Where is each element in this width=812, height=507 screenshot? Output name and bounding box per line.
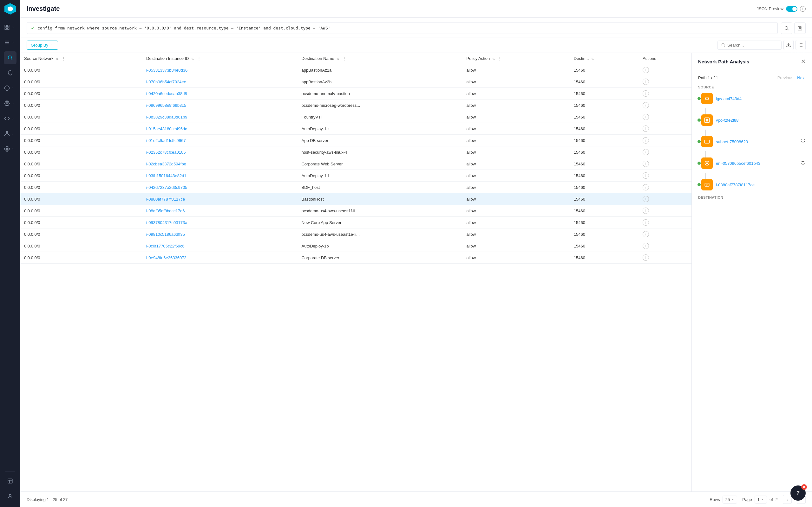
col-policy-action[interactable]: Policy Action ⇅ ⋮ xyxy=(463,53,570,64)
cell-policy-action: allow xyxy=(463,76,570,88)
instance-label[interactable]: i-0880af7787f8117ce xyxy=(716,182,755,187)
sidebar-item-user[interactable] xyxy=(4,490,16,503)
sidebar-item-settings[interactable]: › xyxy=(4,143,16,155)
cell-instance-id[interactable]: i-0937804317c03173a xyxy=(142,217,298,228)
cell-instance-id[interactable]: i-070b06b54cf7024ee xyxy=(142,76,298,88)
cell-instance-id[interactable]: i-08af85df8bdcc17a6 xyxy=(142,205,298,217)
subnet-label[interactable]: subnet-75008629 xyxy=(716,139,748,144)
info-button[interactable]: i xyxy=(643,196,649,202)
cell-actions: i xyxy=(639,217,692,228)
rows-select[interactable]: 25 xyxy=(722,496,737,504)
cell-instance-id[interactable]: i-08699658e9f69b3c5 xyxy=(142,100,298,111)
table-row[interactable]: 0.0.0.0/0 i-0937804317c03173a New Corp A… xyxy=(20,217,692,228)
col-destination-port[interactable]: Destin... ⇅ xyxy=(570,53,639,64)
path-line-1 xyxy=(705,108,706,114)
cell-instance-id[interactable]: i-0880af7787f8117ce xyxy=(142,193,298,205)
table-row[interactable]: 0.0.0.0/0 i-08af85df8bdcc17a6 pcsdemo-us… xyxy=(20,205,692,217)
info-button[interactable]: i xyxy=(643,67,649,73)
download-button[interactable] xyxy=(783,40,794,50)
table-row[interactable]: 0.0.0.0/0 i-0b3829c38da8d61b9 FountryVTT… xyxy=(20,111,692,123)
cell-instance-id[interactable]: i-01e2c9ad1fc5c9967 xyxy=(142,135,298,147)
igw-label[interactable]: igw-ac4743d4 xyxy=(716,96,742,101)
sidebar-item-settings2[interactable]: › xyxy=(4,97,16,110)
col-source-network[interactable]: Source Network ⇅ ⋮ xyxy=(20,53,142,64)
page-select[interactable]: 1 xyxy=(755,496,767,504)
info-icon[interactable]: i xyxy=(800,6,806,12)
info-button[interactable]: i xyxy=(643,208,649,214)
search-box[interactable] xyxy=(717,41,781,50)
sidebar-item-reports[interactable] xyxy=(4,475,16,487)
eni-label[interactable]: eni-057096b5cef601b43 xyxy=(716,161,760,166)
sidebar-item-code[interactable]: › xyxy=(4,112,16,125)
cell-source-network: 0.0.0.0/0 xyxy=(20,135,142,147)
info-button[interactable]: i xyxy=(643,243,649,249)
vpc-label[interactable]: vpc-f2fe2f88 xyxy=(716,118,739,123)
cell-instance-id[interactable]: i-0c0f17705c22f69c6 xyxy=(142,240,298,252)
table-row[interactable]: 0.0.0.0/0 i-01e2c9ad1fc5c9967 App DB ser… xyxy=(20,135,692,147)
col-destination-name[interactable]: Destination Name ⇅ ⋮ xyxy=(298,53,462,64)
cell-instance-id[interactable]: i-03fb15016443e82d1 xyxy=(142,170,298,181)
col-destination-instance-id[interactable]: Destination Instance ID ⇅ ⋮ xyxy=(142,53,298,64)
cell-instance-id[interactable]: i-0e948fe6e36336072 xyxy=(142,252,298,264)
panel-close-button[interactable]: ✕ xyxy=(801,58,806,65)
cell-instance-id[interactable]: i-02cbea3372d594fbe xyxy=(142,158,298,170)
cell-instance-id[interactable]: i-09810c5186a6dff35 xyxy=(142,228,298,240)
sidebar-item-dashboard[interactable]: › xyxy=(4,21,16,34)
info-button[interactable]: i xyxy=(643,102,649,108)
app-logo[interactable] xyxy=(4,3,16,14)
info-button[interactable]: i xyxy=(643,219,649,226)
columns-button[interactable] xyxy=(796,40,806,50)
cell-policy-action: allow xyxy=(463,252,570,264)
table-row[interactable]: 0.0.0.0/0 i-02352c78cfcea0105 host-secur… xyxy=(20,147,692,158)
cell-instance-id[interactable]: i-042d7237a2d3c9705 xyxy=(142,181,298,193)
svg-rect-2 xyxy=(8,25,9,26)
save-icon xyxy=(798,26,803,31)
table-row[interactable]: 0.0.0.0/0 i-053313373b84e0d36 appBastion… xyxy=(20,64,692,76)
sidebar-item-investigate[interactable] xyxy=(4,51,16,64)
table-row[interactable]: 0.0.0.0/0 i-0e948fe6e36336072 Corporate … xyxy=(20,252,692,264)
cell-instance-id[interactable]: i-053313373b84e0d36 xyxy=(142,64,298,76)
sidebar-item-shield[interactable] xyxy=(4,66,16,79)
search-query-button[interactable] xyxy=(781,22,792,34)
group-by-button[interactable]: Group By xyxy=(27,41,58,50)
table-row[interactable]: 0.0.0.0/0 i-02cbea3372d594fbe Corporate … xyxy=(20,158,692,170)
cell-instance-id[interactable]: i-0420a6cedacab38d8 xyxy=(142,88,298,100)
table-row[interactable]: 0.0.0.0/0 i-015ae43180ce496dc AutoDeploy… xyxy=(20,123,692,135)
cell-instance-id[interactable]: i-0b3829c38da8d61b9 xyxy=(142,111,298,123)
info-button[interactable]: i xyxy=(643,149,649,155)
search-input[interactable] xyxy=(727,43,778,48)
json-preview-toggle[interactable] xyxy=(786,6,798,12)
info-button[interactable]: i xyxy=(643,161,649,167)
save-query-button[interactable] xyxy=(794,22,806,34)
table-row[interactable]: 0.0.0.0/0 i-0c0f17705c22f69c6 AutoDeploy… xyxy=(20,240,692,252)
sidebar-item-network[interactable]: › xyxy=(4,127,16,140)
info-button[interactable]: i xyxy=(643,184,649,190)
info-button[interactable]: i xyxy=(643,125,649,132)
sidebar-item-alert[interactable]: › xyxy=(4,82,16,95)
table-row[interactable]: 0.0.0.0/0 i-042d7237a2d3c9705 BDF_host a… xyxy=(20,181,692,193)
info-button[interactable]: i xyxy=(643,114,649,120)
info-button[interactable]: i xyxy=(643,90,649,97)
cell-dest-port: 15460 xyxy=(570,147,639,158)
cell-instance-id[interactable]: i-02352c78cfcea0105 xyxy=(142,147,298,158)
cell-instance-id[interactable]: i-015ae43180ce496dc xyxy=(142,123,298,135)
table-row[interactable]: 0.0.0.0/0 i-0420a6cedacab38d8 pcsdemo-an… xyxy=(20,88,692,100)
info-button[interactable]: i xyxy=(643,172,649,179)
previous-path-button[interactable]: Previous xyxy=(777,75,794,80)
table-row[interactable]: 0.0.0.0/0 i-09810c5186a6dff35 pcsdemo-us… xyxy=(20,228,692,240)
previous-page-button[interactable]: ‹ xyxy=(783,495,792,504)
info-button[interactable]: i xyxy=(643,137,649,144)
info-button[interactable]: i xyxy=(643,231,649,237)
cell-dest-port: 15460 xyxy=(570,181,639,193)
table-row[interactable]: 0.0.0.0/0 i-03fb15016443e82d1 AutoDeploy… xyxy=(20,170,692,181)
table-row[interactable]: 0.0.0.0/0 i-0880af7787f8117ce BastionHos… xyxy=(20,193,692,205)
info-button[interactable]: i xyxy=(643,255,649,261)
sidebar-item-list[interactable]: › xyxy=(4,36,16,49)
table-row[interactable]: 0.0.0.0/0 i-070b06b54cf7024ee appBastion… xyxy=(20,76,692,88)
content-area: Source Network ⇅ ⋮ Destination Instance … xyxy=(20,53,812,492)
help-badge[interactable]: ? 8 xyxy=(791,486,806,501)
table-row[interactable]: 0.0.0.0/0 i-08699658e9f69b3c5 pcsdemo-mi… xyxy=(20,100,692,111)
next-path-button[interactable]: Next xyxy=(797,75,806,80)
info-button[interactable]: i xyxy=(643,78,649,85)
query-input-area[interactable]: ✓ config from network where source.netwo… xyxy=(27,22,778,34)
